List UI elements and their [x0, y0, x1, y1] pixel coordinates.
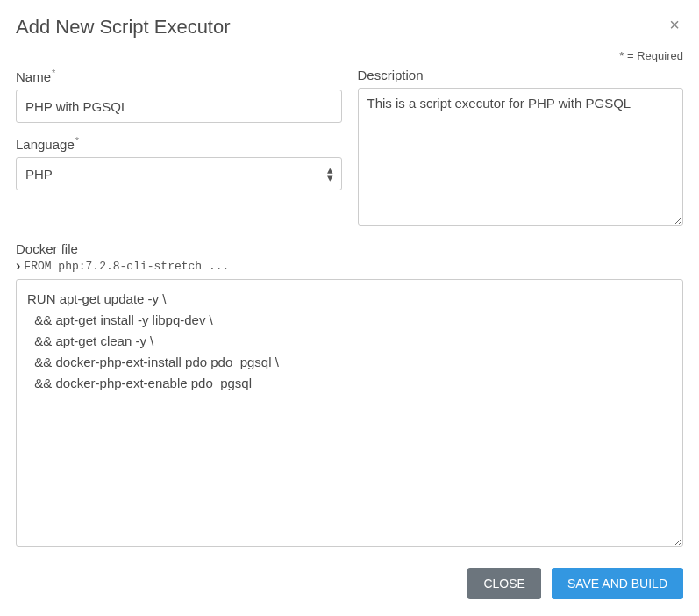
- chevron-right-icon[interactable]: ›: [16, 258, 20, 274]
- description-textarea[interactable]: [358, 88, 684, 226]
- name-label-text: Name: [16, 69, 51, 84]
- dockerfile-preview: FROM php:7.2.8-cli-stretch ...: [24, 260, 229, 273]
- save-and-build-button[interactable]: SAVE AND BUILD: [552, 568, 683, 599]
- close-button[interactable]: CLOSE: [467, 568, 540, 599]
- modal-title: Add New Script Executor: [16, 16, 231, 39]
- name-label: Name*: [16, 68, 342, 84]
- dockerfile-textarea[interactable]: [16, 279, 683, 547]
- required-asterisk: *: [52, 68, 55, 78]
- close-icon[interactable]: ×: [666, 16, 683, 33]
- language-select[interactable]: PHP: [16, 157, 342, 190]
- required-note: * = Required: [16, 49, 683, 62]
- dockerfile-label: Docker file: [16, 241, 683, 256]
- name-input[interactable]: [16, 90, 342, 123]
- required-asterisk: *: [75, 135, 79, 146]
- description-label: Description: [358, 68, 684, 82]
- language-label-text: Language: [16, 137, 75, 152]
- language-label: Language*: [16, 135, 342, 152]
